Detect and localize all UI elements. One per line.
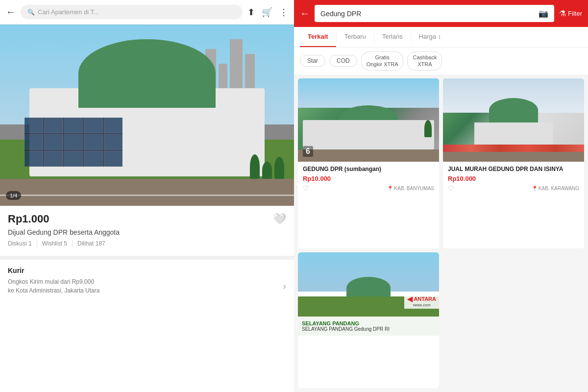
card-2-location: 📍 KAB. KARAWANG bbox=[532, 186, 579, 191]
trees bbox=[250, 154, 284, 179]
product-price: Rp1.000 bbox=[8, 213, 49, 225]
filter-label: Filter bbox=[568, 10, 582, 17]
card-2-content: JUAL MURAH GEDUNG DPR DAN ISINYA Rp10.00… bbox=[443, 162, 584, 196]
right-panel: ← Gedung DPR 📷 ⚗ Filter Terkait Terbaru … bbox=[294, 0, 588, 392]
product-info: Rp1.000 🤍 Dijual Gedung DPR beserta Angg… bbox=[0, 206, 294, 251]
camera-icon[interactable]: 📷 bbox=[539, 9, 548, 18]
kurir-arrow-icon: › bbox=[283, 281, 286, 292]
dome bbox=[78, 39, 216, 108]
right-header: ← Gedung DPR 📷 ⚗ Filter bbox=[294, 0, 588, 27]
card-2-building bbox=[474, 98, 553, 149]
tab-terlaris[interactable]: Terlaris bbox=[374, 27, 411, 47]
stat-dilihat: Dilihat 187 bbox=[77, 240, 110, 247]
cart-icon[interactable]: 🛒 bbox=[262, 7, 272, 18]
product-card-2[interactable]: JUAL MURAH GEDUNG DPR DAN ISINYA Rp10.00… bbox=[443, 78, 584, 249]
card-1-tree bbox=[424, 120, 432, 137]
road bbox=[0, 179, 294, 206]
tab-terbaru[interactable]: Terbaru bbox=[337, 27, 374, 47]
search-value: Gedung DPR bbox=[320, 10, 361, 18]
card-3-overlay-title: SELAYANG PANDANG bbox=[302, 320, 435, 326]
chip-cod[interactable]: COD bbox=[329, 55, 357, 67]
tab-harga[interactable]: Harga ↕ bbox=[411, 27, 449, 47]
stat-diskusi: Diskusi 1 bbox=[8, 240, 37, 247]
card-1-heart-icon[interactable]: ♡ bbox=[303, 184, 309, 192]
card-1-price: Rp10.000 bbox=[303, 175, 434, 182]
filters-row: Star COD GratisOngkir XTRA CashbackXTRA bbox=[294, 48, 588, 74]
chip-gratis-ongkir[interactable]: GratisOngkir XTRA bbox=[361, 51, 404, 71]
card-1-number: 6 bbox=[303, 146, 313, 157]
card-2-flowers bbox=[443, 145, 584, 152]
card-1-location-text: KAB. BANYUMAS bbox=[394, 186, 434, 191]
card-2-footer: ♡ 📍 KAB. KARAWANG bbox=[448, 184, 579, 192]
filter-button[interactable]: ⚗ Filter bbox=[559, 9, 582, 18]
back-arrow-icon[interactable]: ← bbox=[6, 6, 16, 18]
product-title: Dijual Gedung DPR beserta Anggota bbox=[8, 228, 286, 236]
product-card-1[interactable]: 6 GEDUNG DPR (sumbangan) Rp10.000 ♡ 📍 KA… bbox=[298, 78, 439, 249]
divider bbox=[0, 256, 294, 260]
filter-icon: ⚗ bbox=[559, 9, 566, 18]
tab-terkait[interactable]: Terkait bbox=[300, 27, 336, 47]
card-1-base bbox=[303, 120, 434, 149]
antara-text: ANTARA bbox=[414, 296, 436, 302]
wishlist-heart-icon[interactable]: 🤍 bbox=[273, 213, 286, 225]
antara-logo: ◀ ANTARA bbox=[407, 295, 436, 303]
stat-wishlist: Wishlist 5 bbox=[42, 240, 73, 247]
card-1-content: GEDUNG DPR (sumbangan) Rp10.000 ♡ 📍 KAB.… bbox=[298, 162, 439, 196]
card-1-footer: ♡ 📍 KAB. BANYUMAS bbox=[303, 184, 434, 192]
card-3-overlay-subtitle: SELAYANG PANDANG Gedung DPR RI bbox=[302, 326, 435, 332]
product-card-1-image: 6 bbox=[298, 78, 439, 162]
product-image: 1/4 bbox=[0, 24, 294, 206]
card-1-road bbox=[298, 149, 439, 162]
location-pin-icon: 📍 bbox=[387, 186, 393, 191]
card-3-dome bbox=[346, 277, 391, 299]
product-stats: Diskusi 1 Wishlist 5 Dilihat 187 bbox=[8, 240, 286, 247]
left-panel: ← 🔍 Cari Apartemen di T... ⬆ 🛒 ⋮ bbox=[0, 0, 294, 392]
card-3-overlay: SELAYANG PANDANG SELAYANG PANDANG Gedung… bbox=[298, 317, 439, 336]
card-1-location: 📍 KAB. BANYUMAS bbox=[387, 186, 434, 191]
price-row: Rp1.000 🤍 bbox=[8, 213, 286, 225]
kurir-row[interactable]: Ongkos Kirim mulai dari Rp9.000ke Kota A… bbox=[8, 277, 286, 295]
header-icons: ⬆ 🛒 ⋮ bbox=[247, 7, 288, 18]
card-2-heart-icon[interactable]: ♡ bbox=[448, 184, 454, 192]
kurir-description: Ongkos Kirim mulai dari Rp9.000ke Kota A… bbox=[8, 277, 283, 295]
image-counter: 1/4 bbox=[6, 191, 21, 200]
chip-cashback[interactable]: CashbackXTRA bbox=[407, 51, 442, 71]
search-placeholder: Cari Apartemen di T... bbox=[38, 8, 99, 16]
more-icon[interactable]: ⋮ bbox=[279, 7, 288, 18]
products-grid: 6 GEDUNG DPR (sumbangan) Rp10.000 ♡ 📍 KA… bbox=[294, 74, 588, 392]
left-header: ← 🔍 Cari Apartemen di T... ⬆ 🛒 ⋮ bbox=[0, 0, 294, 24]
right-back-arrow-icon[interactable]: ← bbox=[300, 8, 310, 19]
search-icon: 🔍 bbox=[27, 9, 35, 16]
antara-news-text: news.com bbox=[407, 303, 436, 307]
solar-panels bbox=[24, 118, 122, 167]
product-card-3[interactable]: SELAYANG PANDANG SELAYANG PANDANG Gedung… bbox=[298, 252, 439, 388]
card-2-title: JUAL MURAH GEDUNG DPR DAN ISINYA bbox=[448, 166, 579, 173]
kurir-section: Kurir Ongkos Kirim mulai dari Rp9.000ke … bbox=[0, 260, 294, 302]
chip-star[interactable]: Star bbox=[300, 55, 325, 67]
right-search-bar[interactable]: Gedung DPR 📷 bbox=[315, 5, 554, 22]
kurir-header: Kurir bbox=[8, 267, 286, 274]
product-card-3-image: SELAYANG PANDANG SELAYANG PANDANG Gedung… bbox=[298, 252, 439, 336]
card-1-title: GEDUNG DPR (sumbangan) bbox=[303, 166, 434, 173]
card-2-road bbox=[443, 152, 584, 162]
product-card-2-image bbox=[443, 78, 584, 162]
search-bar[interactable]: 🔍 Cari Apartemen di T... bbox=[21, 5, 243, 19]
share-icon[interactable]: ⬆ bbox=[247, 7, 255, 18]
location-pin-2-icon: 📍 bbox=[532, 186, 538, 191]
antara-watermark: ◀ ANTARA news.com bbox=[404, 294, 439, 309]
tabs-row: Terkait Terbaru Terlaris Harga ↕ bbox=[294, 27, 588, 48]
card-2-location-text: KAB. KARAWANG bbox=[539, 186, 579, 191]
card-2-price: Rp10.000 bbox=[448, 175, 579, 182]
